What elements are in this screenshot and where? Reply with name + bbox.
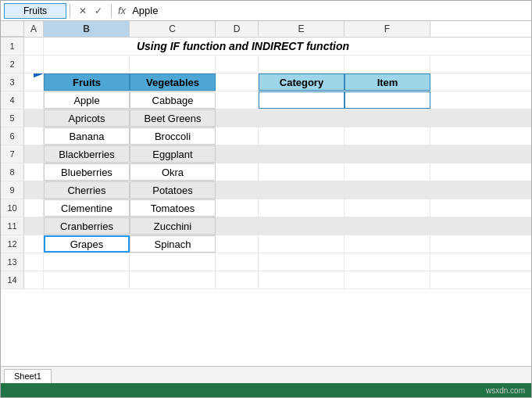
col-header-c: C: [130, 21, 216, 37]
cell-c2[interactable]: [130, 56, 216, 73]
cell-grapes[interactable]: Grapes: [44, 235, 130, 253]
cell-a8[interactable]: [24, 163, 44, 181]
cell-d11[interactable]: [216, 217, 259, 235]
cell-e13[interactable]: [259, 253, 345, 271]
cell-f6[interactable]: [345, 127, 430, 145]
cell-e11[interactable]: [259, 217, 345, 235]
row-2: 2: [1, 56, 531, 74]
row-7: 7 Blackberries Eggplant: [1, 145, 531, 163]
cell-c13[interactable]: [130, 253, 216, 271]
cell-d7[interactable]: [216, 145, 259, 163]
cell-okra[interactable]: Okra: [130, 163, 216, 181]
cell-eggplant[interactable]: Eggplant: [130, 145, 216, 163]
cell-apple[interactable]: Apple: [44, 91, 130, 109]
status-bar: wsxdn.com: [1, 383, 531, 397]
cell-banana[interactable]: Banana: [44, 127, 130, 145]
cell-a11[interactable]: [24, 217, 44, 235]
cell-d4[interactable]: [216, 91, 259, 109]
row-13: 13: [1, 253, 531, 271]
cell-f9[interactable]: [345, 181, 430, 199]
cell-a14[interactable]: [24, 271, 44, 289]
cell-d2[interactable]: [216, 56, 259, 73]
cell-blueberries[interactable]: Blueberries: [44, 163, 130, 181]
cell-f12[interactable]: [345, 235, 430, 253]
cell-fruits-header[interactable]: Fruits: [44, 74, 130, 91]
row-header-4: 4: [1, 91, 24, 109]
cell-e6[interactable]: [259, 127, 345, 145]
name-box[interactable]: [4, 3, 66, 19]
cell-a13[interactable]: [24, 253, 44, 271]
cell-e14[interactable]: [259, 271, 345, 289]
cell-c14[interactable]: [130, 271, 216, 289]
cell-d12[interactable]: [216, 235, 259, 253]
cell-zucchini[interactable]: Zucchini: [130, 217, 216, 235]
cell-category-header[interactable]: Category: [259, 74, 345, 91]
cell-f4[interactable]: [345, 91, 430, 109]
cell-f11[interactable]: [345, 217, 430, 235]
watermark: wsxdn.com: [486, 386, 525, 395]
cell-tomatoes[interactable]: Tomatoes: [130, 199, 216, 217]
cell-apricots[interactable]: Apricots: [44, 109, 130, 127]
cell-e12[interactable]: [259, 235, 345, 253]
cell-a4[interactable]: [24, 91, 44, 109]
corner-cell: [1, 21, 24, 37]
cell-b13[interactable]: [44, 253, 130, 271]
cell-potatoes[interactable]: Potatoes: [130, 181, 216, 199]
cancel-icon[interactable]: ✕: [77, 5, 89, 16]
cell-e8[interactable]: [259, 163, 345, 181]
cell-blackberries[interactable]: Blackberries: [44, 145, 130, 163]
cell-d13[interactable]: [216, 253, 259, 271]
cell-e9[interactable]: [259, 181, 345, 199]
cell-f10[interactable]: [345, 199, 430, 217]
cell-e2[interactable]: [259, 56, 345, 73]
formula-content: Apple: [132, 5, 528, 16]
cell-spinach[interactable]: Spinach: [130, 235, 216, 253]
column-headers: A B C D E F: [1, 21, 531, 38]
row-4: 4 Apple Cabbage: [1, 91, 531, 109]
row-header-9: 9: [1, 181, 24, 199]
cell-e5[interactable]: [259, 109, 345, 127]
cell-a7[interactable]: [24, 145, 44, 163]
cell-a10[interactable]: [24, 199, 44, 217]
cell-a5[interactable]: [24, 109, 44, 127]
sheet-tab-1[interactable]: Sheet1: [4, 369, 52, 383]
row-header-2: 2: [1, 56, 24, 73]
cell-b2[interactable]: [44, 56, 130, 73]
cell-f13[interactable]: [345, 253, 430, 271]
cell-d10[interactable]: [216, 199, 259, 217]
formula-bar-icons: ✕ ✓: [73, 5, 108, 16]
cell-e4[interactable]: [259, 91, 345, 109]
cell-d8[interactable]: [216, 163, 259, 181]
cell-clementine[interactable]: Clementine: [44, 199, 130, 217]
cell-f2[interactable]: [345, 56, 430, 73]
cell-f8[interactable]: [345, 163, 430, 181]
cell-d14[interactable]: [216, 271, 259, 289]
cell-veg-header[interactable]: Vegetables: [130, 74, 216, 91]
row-5: 5 Apricots Beet Greens: [1, 109, 531, 127]
cell-d9[interactable]: [216, 181, 259, 199]
cell-broccoli[interactable]: Broccoli: [130, 127, 216, 145]
confirm-icon[interactable]: ✓: [92, 5, 105, 16]
row-header-10: 10: [1, 199, 24, 217]
cell-a12[interactable]: [24, 235, 44, 253]
cell-beet-greens[interactable]: Beet Greens: [130, 109, 216, 127]
cell-e7[interactable]: [259, 145, 345, 163]
cell-f5[interactable]: [345, 109, 430, 127]
cell-a6[interactable]: [24, 127, 44, 145]
cell-a9[interactable]: [24, 181, 44, 199]
cell-f7[interactable]: [345, 145, 430, 163]
cell-e10[interactable]: [259, 199, 345, 217]
cell-d5[interactable]: [216, 109, 259, 127]
cell-b14[interactable]: [44, 271, 130, 289]
cell-cabbage[interactable]: Cabbage: [130, 91, 216, 109]
row-header-13: 13: [1, 253, 24, 271]
cell-a1[interactable]: [24, 38, 44, 55]
cell-d6[interactable]: [216, 127, 259, 145]
cell-d3[interactable]: [216, 74, 259, 91]
cell-f14[interactable]: [345, 271, 430, 289]
cell-item-header[interactable]: Item: [345, 74, 430, 91]
cell-cranberries[interactable]: Cranberries: [44, 217, 130, 235]
cell-cherries[interactable]: Cherries: [44, 181, 130, 199]
cell-a3[interactable]: [24, 74, 44, 91]
cell-a2[interactable]: [24, 56, 44, 73]
